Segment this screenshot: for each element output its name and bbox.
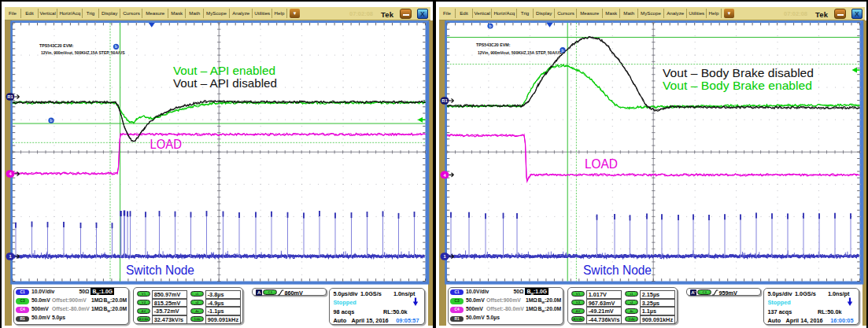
svg-text:TPS543C20 EVM:: TPS543C20 EVM:	[39, 42, 74, 48]
svg-text:Vout – Body Brake enabled: Vout – Body Brake enabled	[663, 79, 812, 92]
svg-text:LOAD: LOAD	[585, 157, 618, 171]
svg-text:Switch Node: Switch Node	[126, 263, 194, 277]
svg-text:R1: R1	[441, 98, 448, 103]
svg-text:Switch Node: Switch Node	[583, 263, 652, 277]
svg-text:12Vin, 900mVout, 500KHZ,15A ST: 12Vin, 900mVout, 500KHZ,15A STEP, 50A/US	[41, 50, 125, 55]
svg-text:Vout – API disabled: Vout – API disabled	[173, 76, 277, 90]
svg-text:Vout – Body Brake disabled: Vout – Body Brake disabled	[663, 66, 814, 79]
svg-text:12Vin, 900mVout, 500KHZ,15A ST: 12Vin, 900mVout, 500KHZ,15A STEP, 50A/US	[478, 50, 562, 55]
svg-text:LOAD: LOAD	[150, 138, 183, 151]
svg-text:TPS543C20 EVM:: TPS543C20 EVM:	[476, 42, 511, 47]
svg-text:Vout – API enabled: Vout – API enabled	[173, 64, 275, 77]
svg-text:R1: R1	[7, 94, 13, 99]
